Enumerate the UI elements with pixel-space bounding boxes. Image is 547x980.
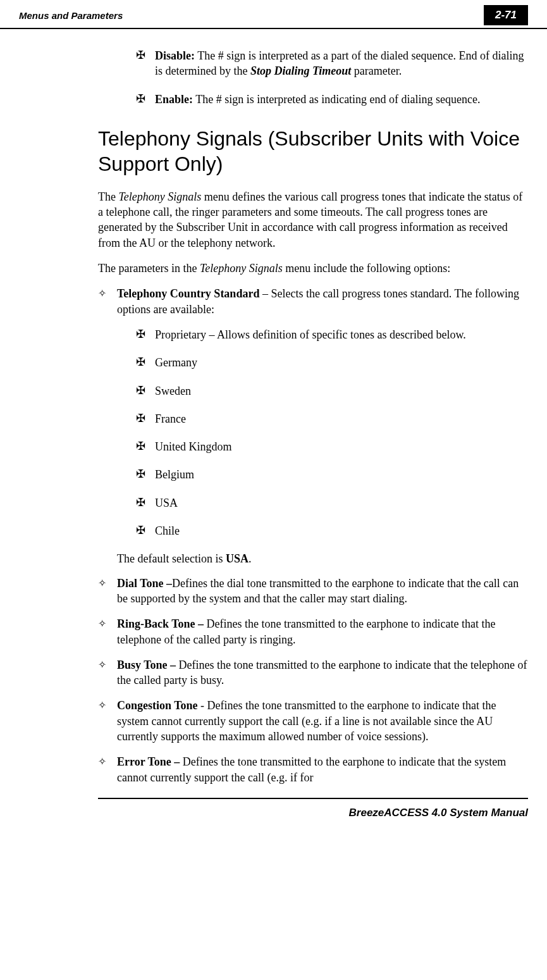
- sub-text: Enable: The # sign is interpreted as ind…: [155, 92, 481, 107]
- list-text: Busy Tone – Defines the tone transmitted…: [117, 657, 528, 688]
- list-item-busy-tone: ✧ Busy Tone – Defines the tone transmitt…: [98, 657, 528, 688]
- maltese-bullet-icon: ✠: [136, 439, 155, 454]
- page-content: ✠ Disable: The # sign is interpreted as …: [0, 29, 547, 785]
- standard-item: ✠ Chile: [136, 523, 528, 538]
- tone-label: Congestion Tone: [117, 699, 200, 712]
- maltese-bullet-icon: ✠: [136, 467, 155, 482]
- standard-text: Belgium: [155, 467, 194, 482]
- sub-item-enable: ✠ Enable: The # sign is interpreted as i…: [136, 92, 528, 107]
- footer-manual-title: BreezeACCESS 4.0 System Manual: [0, 807, 547, 832]
- tone-body: Defines the dial tone transmitted to the…: [117, 577, 519, 605]
- diamond-bullet-icon: ✧: [98, 616, 117, 647]
- list-text: Congestion Tone - Defines the tone trans…: [117, 698, 528, 744]
- standard-item: ✠ United Kingdom: [136, 439, 528, 454]
- standard-item-proprietary: ✠ Proprietary – Allows definition of spe…: [136, 327, 528, 342]
- sub-label: Disable:: [155, 49, 195, 62]
- list-text: Error Tone – Defines the tone transmitte…: [117, 754, 528, 785]
- standard-item: ✠ USA: [136, 495, 528, 511]
- tone-label: Dial Tone –: [117, 577, 172, 590]
- para-text: menu include the following options:: [283, 262, 450, 275]
- list-item-error-tone: ✧ Error Tone – Defines the tone transmit…: [98, 754, 528, 785]
- standard-item: ✠ France: [136, 411, 528, 426]
- standard-text: Germany: [155, 355, 197, 370]
- diamond-bullet-icon: ✧: [98, 754, 117, 785]
- page-header: Menus and Parameters 2-71: [0, 0, 547, 29]
- standard-text: Sweden: [155, 383, 191, 399]
- maltese-bullet-icon: ✠: [136, 411, 155, 426]
- standard-text: France: [155, 411, 186, 426]
- standard-text: Chile: [155, 523, 180, 538]
- sub-body-b: parameter.: [351, 65, 402, 77]
- tone-label: Busy Tone –: [117, 659, 179, 671]
- standard-item: ✠ Sweden: [136, 383, 528, 399]
- list-item-ringback-tone: ✧ Ring-Back Tone – Defines the tone tran…: [98, 616, 528, 647]
- intro-paragraph-1: The Telephony Signals menu defines the v…: [98, 189, 528, 251]
- para-italic: Telephony Signals: [118, 190, 201, 203]
- header-section: Menus and Parameters: [19, 10, 123, 21]
- maltese-bullet-icon: ✠: [136, 48, 155, 79]
- diamond-bullet-icon: ✧: [98, 657, 117, 688]
- sub-ref: Stop Dialing Timeout: [250, 65, 351, 77]
- sub-label: Enable:: [155, 93, 193, 106]
- intro-paragraph-2: The parameters in the Telephony Signals …: [98, 261, 528, 276]
- note-bold: USA: [226, 552, 249, 565]
- list-item-dial-tone: ✧ Dial Tone –Defines the dial tone trans…: [98, 576, 528, 607]
- standard-item: ✠ Germany: [136, 355, 528, 370]
- para-text: The: [98, 190, 118, 203]
- list-item-telephony-standard: ✧ Telephony Country Standard – Selects t…: [98, 286, 528, 317]
- sub-item-disable: ✠ Disable: The # sign is interpreted as …: [136, 48, 528, 79]
- sub-text: Disable: The # sign is interpreted as a …: [155, 48, 528, 79]
- maltese-bullet-icon: ✠: [136, 355, 155, 370]
- note-text: The default selection is: [117, 552, 226, 565]
- maltese-bullet-icon: ✠: [136, 92, 155, 107]
- note-text: .: [249, 552, 252, 565]
- diamond-bullet-icon: ✧: [98, 576, 117, 607]
- para-italic: Telephony Signals: [200, 262, 283, 275]
- tone-label: Ring-Back Tone –: [117, 617, 207, 630]
- list-text: Telephony Country Standard – Selects the…: [117, 286, 528, 317]
- standard-item: ✠ Belgium: [136, 467, 528, 482]
- item-sep: –: [259, 287, 271, 300]
- standard-text: USA: [155, 495, 178, 511]
- default-selection-note: The default selection is USA.: [117, 551, 528, 566]
- list-item-congestion-tone: ✧ Congestion Tone - Defines the tone tra…: [98, 698, 528, 744]
- para-text: The parameters in the: [98, 262, 200, 275]
- maltese-bullet-icon: ✠: [136, 327, 155, 342]
- standard-text: Proprietary – Allows definition of speci…: [155, 327, 466, 342]
- maltese-bullet-icon: ✠: [136, 495, 155, 511]
- section-heading: Telephony Signals (Subscriber Units with…: [98, 126, 528, 177]
- list-text: Ring-Back Tone – Defines the tone transm…: [117, 616, 528, 647]
- tone-body: Defines the tone transmitted to the earp…: [117, 659, 527, 686]
- tone-label: Error Tone –: [117, 755, 183, 768]
- diamond-bullet-icon: ✧: [98, 286, 117, 317]
- footer-rule: [98, 798, 528, 799]
- list-text: Dial Tone –Defines the dial tone transmi…: [117, 576, 528, 607]
- sub-body-a: The # sign is interpreted as indicating …: [193, 93, 481, 106]
- maltese-bullet-icon: ✠: [136, 383, 155, 399]
- diamond-bullet-icon: ✧: [98, 698, 117, 744]
- item-label: Telephony Country Standard: [117, 287, 259, 300]
- maltese-bullet-icon: ✠: [136, 523, 155, 538]
- page-number-badge: 2-71: [484, 5, 528, 25]
- standard-text: United Kingdom: [155, 439, 232, 454]
